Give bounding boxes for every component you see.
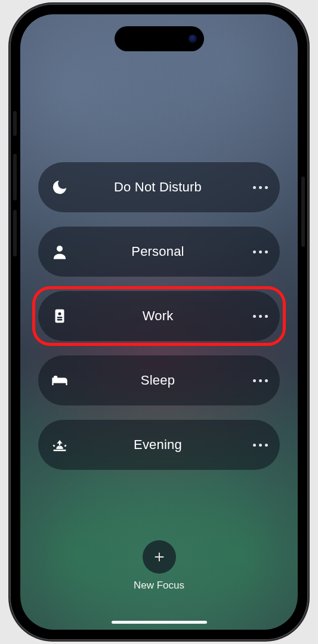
new-focus-button[interactable] [143,540,176,574]
dynamic-island [115,26,204,51]
iphone-frame: Do Not Disturb Personal Work [10,4,308,640]
focus-mode-list: Do Not Disturb Personal Work [38,162,280,470]
plus-icon [153,550,166,564]
svg-rect-1 [55,309,64,323]
focus-label: Evening [81,437,240,453]
new-focus-label: New Focus [134,580,184,592]
focus-item-sleep[interactable]: Sleep [38,355,280,405]
svg-point-0 [57,246,63,252]
volume-down[interactable] [13,210,17,256]
bed-icon [38,371,81,389]
focus-item-do-not-disturb[interactable]: Do Not Disturb [38,162,280,212]
focus-label: Work [81,308,240,324]
focus-item-personal[interactable]: Personal [38,227,280,277]
ellipsis-icon[interactable] [240,250,280,253]
new-focus: New Focus [20,540,298,592]
badge-icon [38,307,81,325]
home-indicator[interactable] [112,621,207,624]
svg-point-2 [58,312,61,315]
focus-label: Do Not Disturb [81,179,240,195]
mute-switch[interactable] [13,111,17,136]
svg-rect-4 [57,319,63,321]
power-button[interactable] [301,177,305,247]
ellipsis-icon[interactable] [240,315,280,318]
person-icon [38,243,81,261]
moon-icon [38,178,81,196]
focus-item-work[interactable]: Work [38,291,280,341]
ellipsis-icon[interactable] [240,379,280,382]
ellipsis-icon[interactable] [240,444,280,447]
focus-item-evening[interactable]: Evening [38,420,280,470]
volume-up[interactable] [13,154,17,200]
focus-label: Sleep [81,373,240,388]
ellipsis-icon[interactable] [240,186,280,189]
phone-screen: Do Not Disturb Personal Work [20,14,298,630]
sunset-icon [38,436,81,454]
focus-label: Personal [81,244,240,259]
svg-rect-3 [57,317,63,318]
